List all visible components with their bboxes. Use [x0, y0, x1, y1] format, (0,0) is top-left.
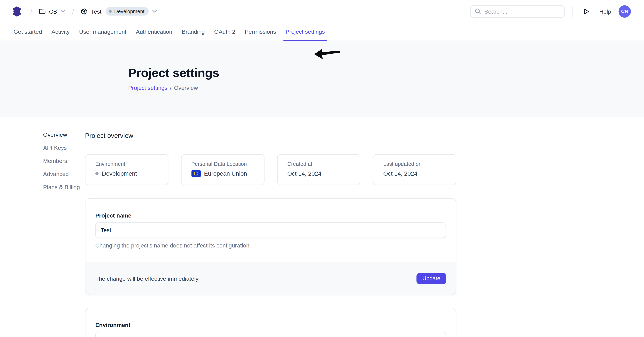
card-value: Oct 14, 2024 — [287, 170, 321, 177]
org-switcher[interactable]: CB — [39, 8, 65, 15]
sidebar-item-overview[interactable]: Overview — [43, 132, 85, 138]
folder-icon — [39, 8, 46, 14]
app-logo-icon[interactable] — [10, 5, 23, 18]
content-area: Overview API Keys Members Advanced Plans… — [0, 117, 644, 337]
project-name-card-title: Project name — [95, 212, 446, 219]
main-nav-tabs: Get started Activity User management Aut… — [0, 23, 644, 41]
package-icon — [81, 8, 88, 15]
tab-activity[interactable]: Activity — [50, 23, 70, 41]
environment-badge-label: Development — [114, 8, 144, 14]
environment-select-value: Development — [107, 337, 432, 337]
separator-slash: / — [72, 8, 74, 15]
section-heading: Project overview — [85, 133, 456, 139]
sidebar-item-plans-billing[interactable]: Plans & Billing — [43, 184, 85, 190]
page-title: Project settings — [128, 66, 644, 80]
card-created-at: Created at Oct 14, 2024 — [277, 154, 360, 185]
chevron-down-icon — [152, 10, 157, 13]
play-icon[interactable] — [583, 8, 590, 15]
card-label: Created at — [287, 161, 360, 167]
tab-authentication[interactable]: Authentication — [135, 23, 173, 41]
card-label: Last updated on — [383, 161, 456, 167]
card-environment: Environment Development — [85, 154, 168, 185]
sidebar-item-advanced[interactable]: Advanced — [43, 171, 85, 177]
card-value: Development — [102, 170, 137, 177]
environment-card-title: Environment — [95, 322, 446, 328]
card-last-updated: Last updated on Oct 14, 2024 — [373, 154, 456, 185]
project-switcher[interactable]: Test Development — [81, 7, 157, 16]
status-dot-icon — [95, 172, 98, 175]
main-panel: Project overview Environment Development… — [85, 117, 456, 337]
project-name-card-footer: The change will be effective immediately… — [85, 262, 456, 295]
breadcrumb: / CB / — [10, 5, 157, 18]
tab-branding[interactable]: Branding — [181, 23, 206, 41]
page-header: Project settings Project settings / Over… — [0, 41, 644, 117]
org-name: CB — [49, 8, 57, 15]
overview-cards: Environment Development Personal Data Lo… — [85, 154, 456, 185]
tab-project-settings[interactable]: Project settings — [285, 23, 326, 41]
project-name-card: Project name Changing the project's name… — [85, 198, 456, 295]
avatar[interactable]: CN — [618, 5, 631, 17]
tab-permissions[interactable]: Permissions — [244, 23, 277, 41]
project-name-helper: Changing the project's name does not aff… — [95, 242, 446, 249]
environment-select[interactable]: Development — [95, 332, 446, 337]
card-value: European Union — [204, 170, 247, 177]
chevron-down-icon — [61, 10, 66, 13]
separator-slash: / — [30, 8, 32, 15]
project-name-input[interactable] — [95, 222, 446, 238]
tab-oauth2[interactable]: OAuth 2 — [214, 23, 236, 41]
card-label: Environment — [95, 161, 168, 167]
environment-badge: Development — [106, 7, 148, 16]
eu-flag-icon — [191, 170, 201, 177]
tab-get-started[interactable]: Get started — [13, 23, 43, 41]
divider — [572, 6, 572, 17]
breadcrumb-link-project-settings[interactable]: Project settings — [128, 85, 168, 91]
help-link[interactable]: Help — [599, 8, 611, 15]
tab-user-management[interactable]: User management — [78, 23, 127, 41]
footer-note: The change will be effective immediately — [95, 275, 198, 282]
sidebar-item-members[interactable]: Members — [43, 158, 85, 164]
breadcrumb-separator: / — [170, 85, 172, 91]
topbar: / CB / — [0, 0, 644, 23]
page-breadcrumb: Project settings / Overview — [128, 85, 644, 91]
sidebar-item-api-keys[interactable]: API Keys — [43, 145, 85, 151]
card-label: Personal Data Location — [191, 161, 264, 167]
topbar-actions: Help CN — [470, 5, 631, 17]
breadcrumb-current: Overview — [174, 85, 198, 91]
search-icon — [475, 8, 481, 14]
environment-card: Environment Development — [85, 308, 456, 337]
search-box — [470, 5, 565, 17]
update-button[interactable]: Update — [417, 273, 446, 284]
project-name: Test — [91, 8, 102, 15]
status-dot-icon — [109, 10, 112, 13]
card-data-location: Personal Data Location — [181, 154, 264, 185]
search-input[interactable] — [484, 8, 560, 15]
settings-sidenav: Overview API Keys Members Advanced Plans… — [0, 117, 85, 337]
card-value: Oct 14, 2024 — [383, 170, 418, 177]
app-root: / CB / — [0, 0, 644, 337]
